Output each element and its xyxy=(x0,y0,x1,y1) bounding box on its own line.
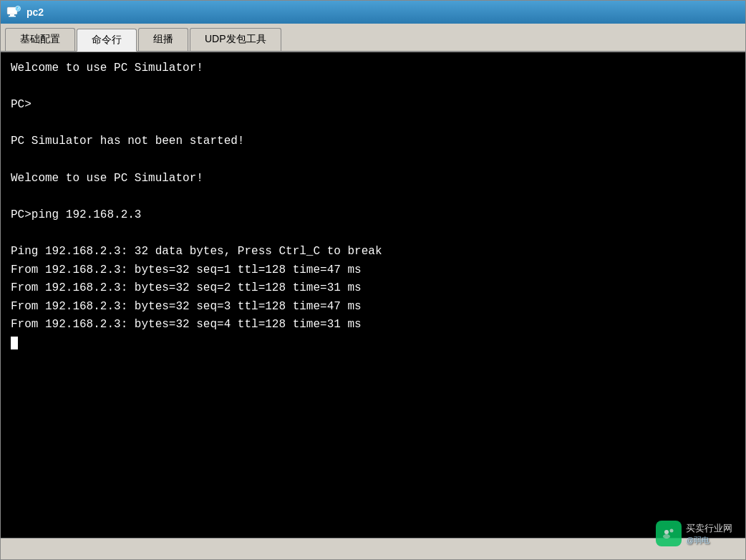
tab-udp-tool[interactable]: UDP发包工具 xyxy=(190,28,281,51)
svg-point-6 xyxy=(670,529,674,533)
watermark: 买卖行业网 @弱电 xyxy=(656,521,732,546)
terminal-line xyxy=(11,115,735,133)
watermark-line2: @弱电 xyxy=(686,535,709,546)
svg-rect-2 xyxy=(9,16,16,17)
tab-command-line[interactable]: 命令行 xyxy=(77,29,137,52)
title-bar: ↺ pc2 xyxy=(1,1,745,24)
tab-basic-config[interactable]: 基础配置 xyxy=(5,28,75,51)
terminal-output[interactable]: Welcome to use PC Simulator!PC>PC Simula… xyxy=(1,52,745,538)
terminal-line: Ping 192.168.2.3: 32 data bytes, Press C… xyxy=(11,243,735,261)
terminal-line: From 192.168.2.3: bytes=32 seq=4 ttl=128… xyxy=(11,316,735,334)
watermark-text-block: 买卖行业网 @弱电 xyxy=(686,522,732,546)
terminal-line: PC> xyxy=(11,96,735,115)
app-icon: ↺ xyxy=(6,5,21,19)
main-window: ↺ pc2 基础配置 命令行 组播 UDP发包工具 Welcome to use… xyxy=(0,0,746,560)
svg-text:↺: ↺ xyxy=(16,6,19,11)
tab-bar: 基础配置 命令行 组播 UDP发包工具 xyxy=(1,24,745,52)
terminal-line: PC>ping 192.168.2.3 xyxy=(11,206,735,225)
tab-multicast[interactable]: 组播 xyxy=(138,28,188,51)
terminal-cursor xyxy=(11,337,18,349)
terminal-line: PC Simulator has not been started! xyxy=(11,132,735,151)
terminal-line: Welcome to use PC Simulator! xyxy=(11,170,735,188)
svg-rect-1 xyxy=(10,14,14,16)
terminal-line xyxy=(11,224,735,243)
window-title: pc2 xyxy=(26,6,44,18)
svg-point-5 xyxy=(664,530,669,534)
terminal-cursor-line xyxy=(11,334,735,353)
terminal-line: From 192.168.2.3: bytes=32 seq=2 ttl=128… xyxy=(11,279,735,298)
terminal-line: From 192.168.2.3: bytes=32 seq=1 ttl=128… xyxy=(11,261,735,280)
wechat-icon xyxy=(656,521,682,546)
svg-point-7 xyxy=(663,534,670,539)
terminal-line xyxy=(11,188,735,206)
terminal-line xyxy=(11,78,735,97)
terminal-line: Welcome to use PC Simulator! xyxy=(11,59,735,78)
bottom-bar: 买卖行业网 @弱电 xyxy=(1,538,745,559)
terminal-line: From 192.168.2.3: bytes=32 seq=3 ttl=128… xyxy=(11,298,735,317)
terminal-line xyxy=(11,151,735,170)
watermark-line1: 买卖行业网 xyxy=(686,522,732,535)
